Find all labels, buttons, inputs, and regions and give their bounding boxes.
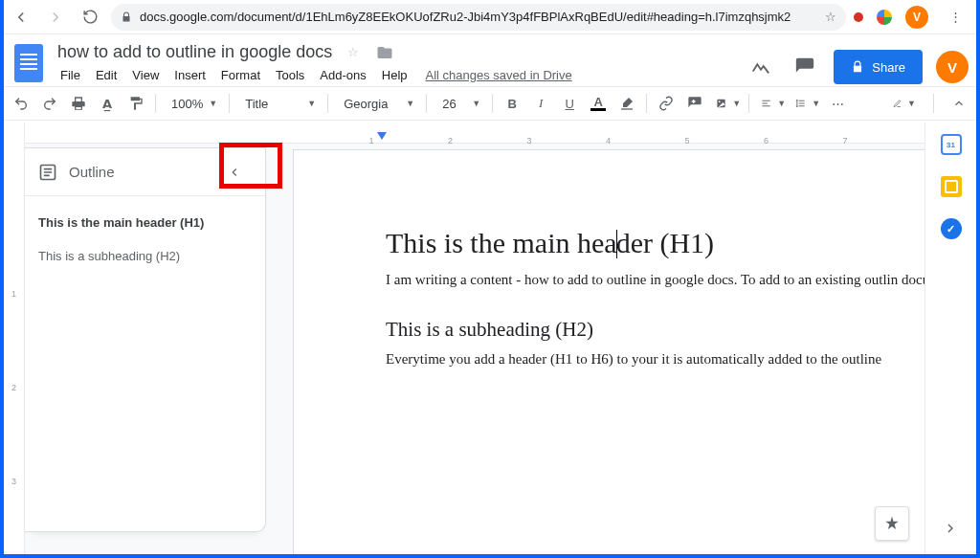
hide-side-panel-button[interactable] [936,514,965,543]
insert-comment-button[interactable] [681,90,708,117]
line-spacing-button[interactable]: ▼ [790,91,822,116]
undo-button[interactable] [8,90,34,117]
extension-icon[interactable] [877,10,892,25]
svg-point-1 [719,100,721,102]
spellcheck-button[interactable]: A̲ [94,90,121,117]
menubar: File Edit View Insert Format Tools Add-o… [54,66,582,84]
heading-1[interactable]: This is the main header (H1) [386,227,924,260]
font-dropdown[interactable]: Georgia▼ [334,91,420,116]
menu-file[interactable]: File [54,66,87,84]
menu-view[interactable]: View [125,66,166,84]
zoom-dropdown[interactable]: 100%▼ [162,91,223,116]
reload-button[interactable] [77,4,103,31]
collapse-outline-button[interactable] [217,155,252,190]
star-document-icon[interactable]: ☆ [342,43,365,61]
menu-format[interactable]: Format [214,66,267,84]
outline-icon [38,163,57,182]
align-button[interactable]: ▼ [755,91,788,116]
paint-format-button[interactable] [122,90,149,117]
docs-header: how to add to outline in google docs ☆ F… [0,34,980,86]
browser-toolbar: docs.google.com/document/d/1EhLm6yZ8EEkO… [0,0,980,34]
tasks-app-icon[interactable] [941,218,962,239]
outline-item[interactable]: This is the main header (H1) [38,215,252,230]
profile-avatar[interactable]: V [905,6,928,29]
address-bar[interactable]: docs.google.com/document/d/1EhLm6yZ8EEkO… [111,4,846,31]
outline-title: Outline [69,164,115,180]
text-color-button[interactable]: A [585,90,612,117]
highlight-color-button[interactable] [613,90,640,117]
underline-button[interactable]: U [556,90,583,117]
text-cursor [616,230,617,258]
document-title[interactable]: how to add to outline in google docs [54,40,336,64]
side-panel [924,123,976,554]
bold-button[interactable]: B [499,90,525,117]
extension-icon[interactable] [854,12,863,22]
move-folder-icon[interactable] [370,42,399,63]
menu-add-ons[interactable]: Add-ons [313,66,372,84]
formatting-toolbar: A̲ 100%▼ Title▼ Georgia▼ 26▼ B I U A ▼ ▼… [0,86,980,121]
insert-link-button[interactable] [653,90,679,117]
lock-icon [121,11,132,23]
activity-icon[interactable] [746,52,776,82]
font-size-input[interactable]: 26▼ [433,91,486,116]
vertical-ruler: 1 2 3 [4,123,25,554]
insert-image-button[interactable]: ▼ [710,91,743,116]
comments-icon[interactable] [790,52,820,82]
save-status[interactable]: All changes saved in Drive [416,66,582,84]
document-page[interactable]: This is the main header (H1) I am writin… [293,149,924,554]
share-label: Share [872,60,905,75]
url-text: docs.google.com/document/d/1EhLm6yZ8EEkO… [140,10,791,24]
back-button[interactable] [8,4,34,31]
forward-button[interactable] [42,4,69,31]
share-button[interactable]: Share [834,50,923,84]
heading-2[interactable]: This is a subheading (H2) [386,318,924,342]
menu-help[interactable]: Help [375,66,414,84]
star-icon[interactable]: ☆ [825,10,836,24]
menu-insert[interactable]: Insert [167,66,212,84]
keep-app-icon[interactable] [941,176,962,197]
hide-menus-button[interactable] [946,90,972,117]
chrome-menu-icon[interactable]: ⋮ [942,4,969,31]
more-tools-button[interactable]: ⋯ [824,90,851,117]
paragraph[interactable]: I am writing a content - how to add to o… [386,270,924,291]
outline-item[interactable]: This is a subheading (H2) [38,249,252,263]
redo-button[interactable] [36,90,63,117]
workspace: 1 2 3 Outline This is the main header (H… [4,123,976,554]
docs-logo[interactable] [11,40,46,86]
editing-mode-button[interactable]: ▼ [883,91,922,116]
account-avatar[interactable]: V [936,51,969,83]
calendar-app-icon[interactable] [941,134,962,155]
paragraph-style-dropdown[interactable]: Title▼ [235,91,322,116]
print-button[interactable] [65,90,92,117]
menu-edit[interactable]: Edit [89,66,123,84]
lock-icon [851,60,864,74]
outline-panel: Outline This is the main header (H1) Thi… [25,147,266,532]
horizontal-ruler[interactable]: 1 2 3 4 5 6 7 [25,123,924,144]
paragraph[interactable]: Everytime you add a header (H1 to H6) to… [386,349,924,370]
italic-button[interactable]: I [527,90,554,117]
explore-button[interactable] [875,506,909,541]
menu-tools[interactable]: Tools [269,66,311,84]
